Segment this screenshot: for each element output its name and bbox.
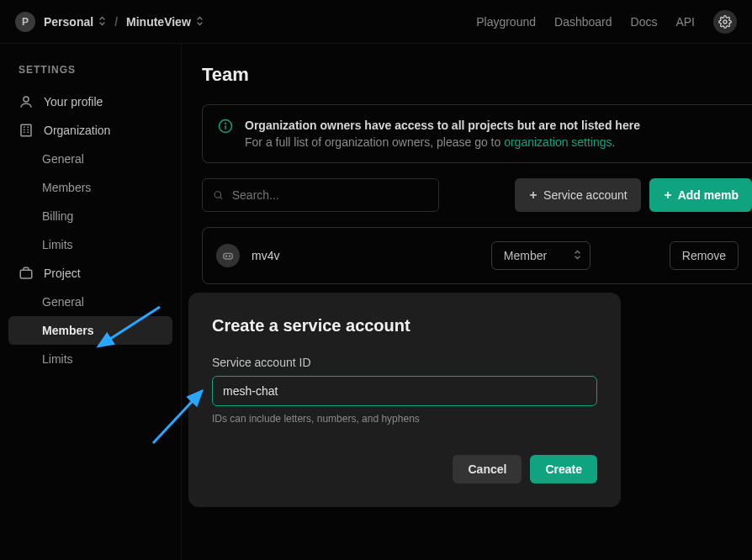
create-button[interactable]: Create (530, 455, 597, 483)
svg-point-15 (229, 256, 230, 256)
org-avatar: P (15, 12, 35, 32)
sidebar-sub-proj-general[interactable]: General (8, 288, 172, 316)
field-hint: IDs can include letters, numbers, and hy… (212, 413, 597, 425)
gear-icon (718, 15, 732, 29)
org-settings-link[interactable]: organization settings (504, 135, 612, 149)
sidebar: SETTINGS Your profile Organization Gener… (0, 44, 181, 388)
modal-title: Create a service account (212, 316, 597, 335)
sidebar-item-label: Project (44, 267, 81, 280)
nav-playground[interactable]: Playground (476, 15, 536, 29)
sidebar-sub-org-general[interactable]: General (8, 145, 172, 173)
sidebar-item-label: Organization (44, 124, 110, 137)
svg-point-7 (214, 192, 220, 198)
breadcrumb-org-label: Personal (44, 15, 93, 29)
nav-docs[interactable]: Docs (631, 15, 658, 29)
modal-actions: Cancel Create (212, 455, 597, 483)
role-select[interactable]: Member (491, 241, 590, 270)
service-account-id-input[interactable] (212, 376, 597, 406)
svg-point-0 (723, 20, 727, 24)
top-bar: P Personal / MinuteView Playground Dashb… (0, 0, 752, 44)
unfold-icon (98, 16, 106, 28)
add-member-button[interactable]: Add memb (649, 178, 752, 212)
sidebar-sub-org-members[interactable]: Members (8, 173, 172, 202)
sidebar-item-label: Your profile (44, 95, 103, 108)
sidebar-sub-org-billing[interactable]: Billing (8, 202, 172, 230)
service-account-button[interactable]: Service account (515, 178, 641, 212)
settings-button[interactable] (713, 10, 737, 34)
search-icon (213, 189, 224, 201)
svg-line-8 (220, 197, 223, 199)
nav-dashboard[interactable]: Dashboard (554, 15, 612, 29)
role-label: Member (504, 249, 547, 262)
breadcrumb-project[interactable]: MinuteView (126, 15, 204, 29)
plus-icon (663, 190, 673, 200)
svg-point-14 (225, 256, 226, 256)
search-box[interactable] (202, 178, 439, 212)
button-label: Add memb (678, 188, 739, 202)
info-banner: Organization owners have access to all p… (202, 104, 752, 163)
member-name: mv4v (252, 249, 479, 262)
members-list: mv4v Member Remove (202, 227, 752, 284)
building-icon (19, 123, 34, 138)
nav-api[interactable]: API (675, 15, 695, 29)
robot-icon (221, 249, 235, 262)
breadcrumb: P Personal / MinuteView (15, 12, 204, 32)
sidebar-sub-proj-limits[interactable]: Limits (8, 345, 172, 373)
plus-icon (528, 190, 538, 200)
breadcrumb-separator: / (114, 15, 118, 29)
info-icon (218, 119, 233, 149)
search-input[interactable] (232, 188, 428, 202)
svg-point-1 (24, 97, 29, 102)
toolbar: Service account Add memb (202, 178, 752, 212)
info-body-end: . (612, 135, 616, 149)
svg-rect-13 (224, 253, 233, 259)
breadcrumb-org[interactable]: Personal (44, 15, 106, 29)
cancel-button[interactable]: Cancel (453, 455, 522, 483)
breadcrumb-project-label: MinuteView (126, 15, 191, 29)
top-nav: Playground Dashboard Docs API (476, 10, 737, 34)
sidebar-heading: SETTINGS (8, 59, 172, 87)
sidebar-item-profile[interactable]: Your profile (8, 87, 172, 116)
sidebar-sub-proj-members[interactable]: Members (8, 316, 172, 345)
svg-point-6 (225, 123, 226, 124)
info-body: For a full list of organization owners, … (245, 135, 504, 149)
page-title: Team (202, 64, 752, 86)
sidebar-item-organization[interactable]: Organization (8, 116, 172, 145)
info-strong: Organization owners have access to all p… (245, 119, 640, 132)
svg-rect-3 (20, 270, 32, 278)
svg-rect-2 (21, 124, 31, 136)
user-icon (19, 94, 34, 109)
unfold-icon (574, 250, 581, 262)
briefcase-icon (19, 266, 34, 281)
button-label: Service account (543, 188, 628, 202)
create-service-account-modal: Create a service account Service account… (188, 293, 621, 507)
field-label: Service account ID (212, 356, 597, 369)
unfold-icon (196, 16, 204, 28)
sidebar-sub-org-limits[interactable]: Limits (8, 230, 172, 259)
remove-button[interactable]: Remove (670, 241, 739, 270)
sidebar-item-project[interactable]: Project (8, 259, 172, 288)
bot-avatar (216, 244, 240, 267)
info-text: Organization owners have access to all p… (245, 119, 640, 149)
member-row: mv4v Member Remove (203, 228, 752, 283)
